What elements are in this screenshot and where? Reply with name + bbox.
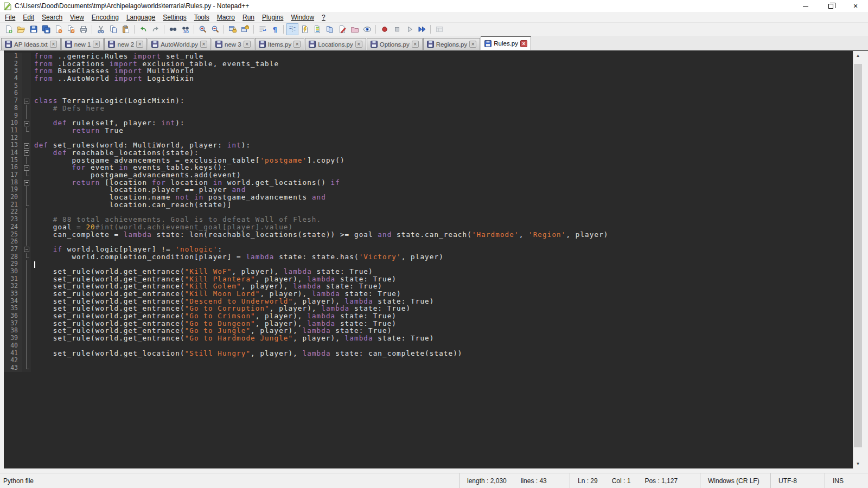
- zoom-out-button[interactable]: [209, 23, 221, 35]
- close-button[interactable]: ×: [843, 0, 868, 12]
- code-text: location.can_reach(state)]: [31, 201, 853, 209]
- edit-marker-button[interactable]: [336, 23, 348, 35]
- file-monitoring-button[interactable]: [361, 23, 373, 35]
- macro-playback-button[interactable]: [404, 23, 416, 35]
- function-list-button[interactable]: [299, 23, 311, 35]
- zoom-out-icon: [211, 25, 220, 34]
- tab-locations-py[interactable]: Locations.py×: [305, 38, 366, 50]
- close-document-button[interactable]: [53, 23, 65, 35]
- tab-label: Items.py: [268, 41, 291, 48]
- menu-file[interactable]: File: [1, 12, 19, 22]
- tab-autoworld-py[interactable]: AutoWorld.py×: [148, 38, 211, 50]
- tab-regions-py[interactable]: Regions.py×: [423, 38, 481, 50]
- paste-button[interactable]: [120, 23, 132, 35]
- fold-margin: [22, 171, 31, 179]
- sync-horizontal-scrolling-button[interactable]: [239, 23, 251, 35]
- line-number: 31: [4, 275, 22, 283]
- menu-window[interactable]: Window: [287, 12, 318, 22]
- tab-new-1[interactable]: new 1×: [61, 38, 104, 50]
- new-document-button[interactable]: [3, 23, 15, 35]
- tab-close-icon[interactable]: ×: [200, 41, 207, 48]
- tab-rules-py[interactable]: Rules.py×: [481, 36, 531, 50]
- editor-frame: 1from ..generic.Rules import set_rule2fr…: [0, 50, 868, 473]
- fold-collapse-icon[interactable]: [22, 164, 31, 171]
- code-line: 11 return True: [4, 127, 853, 134]
- folder-as-workspace-button[interactable]: [349, 23, 361, 35]
- copy-button[interactable]: [107, 23, 119, 35]
- redo-button[interactable]: [150, 23, 162, 35]
- scrollbar-thumb[interactable]: [854, 64, 862, 447]
- menu-view[interactable]: View: [66, 12, 88, 22]
- fold-collapse-icon[interactable]: [22, 142, 31, 149]
- code-line: 8 # Defs here: [4, 105, 853, 112]
- menu-plugins[interactable]: Plugins: [258, 12, 287, 22]
- restore-button[interactable]: [818, 0, 843, 12]
- word-wrap-button[interactable]: [257, 23, 269, 35]
- sync-vertical-scrolling-button[interactable]: [227, 23, 239, 35]
- fold-margin: [22, 335, 31, 342]
- tab-ap-ideas-txt[interactable]: AP Ideas.txt×: [1, 38, 61, 50]
- document-map-button[interactable]: [311, 23, 323, 35]
- save-button[interactable]: [28, 23, 40, 35]
- macro-record-button[interactable]: [379, 23, 391, 35]
- tab-close-icon[interactable]: ×: [50, 41, 57, 48]
- zoom-in-button[interactable]: [197, 23, 209, 35]
- fold-collapse-icon[interactable]: [22, 119, 31, 127]
- tab-close-icon[interactable]: ×: [93, 41, 100, 48]
- scrollbar-track[interactable]: [853, 60, 863, 459]
- tab-close-icon[interactable]: ×: [412, 41, 419, 48]
- tab-items-py[interactable]: Items.py×: [255, 38, 304, 50]
- tab-close-icon[interactable]: ×: [520, 40, 527, 47]
- fold-collapse-icon[interactable]: [22, 179, 31, 187]
- menu-edit[interactable]: Edit: [19, 12, 38, 22]
- tab-new-2[interactable]: new 2×: [104, 38, 147, 50]
- code-text: postgame_advancements = exclusion_table[…: [31, 157, 853, 164]
- menu-search[interactable]: Search: [38, 12, 66, 22]
- scroll-up-icon[interactable]: ▲: [853, 51, 863, 60]
- line-number: 18: [4, 179, 22, 187]
- tab-close-icon[interactable]: ×: [136, 41, 143, 48]
- macro-save-button[interactable]: [433, 23, 445, 35]
- fold-collapse-icon[interactable]: [22, 149, 31, 157]
- sync-horizontal-scrolling-icon: [241, 25, 250, 34]
- menu-run[interactable]: Run: [239, 12, 258, 22]
- close-all-documents-button[interactable]: [65, 23, 77, 35]
- undo-button[interactable]: [137, 23, 149, 35]
- tab-close-icon[interactable]: ×: [293, 41, 301, 48]
- document-list-button[interactable]: [324, 23, 336, 35]
- show-all-characters-button[interactable]: ¶: [269, 23, 281, 35]
- code-line: 30 set_rule(world.get_entrance("Kill WoF…: [4, 268, 853, 275]
- scroll-down-icon[interactable]: ▼: [853, 459, 863, 468]
- macro-stop-button[interactable]: [391, 23, 403, 35]
- tab-close-icon[interactable]: ×: [355, 41, 362, 48]
- find-button[interactable]: [167, 23, 179, 35]
- menu-tools[interactable]: Tools: [190, 12, 213, 22]
- tab-close-icon[interactable]: ×: [244, 41, 251, 48]
- word-wrap-icon: [258, 25, 267, 34]
- fold-collapse-icon[interactable]: [22, 97, 31, 105]
- tab-new-3[interactable]: new 3×: [212, 38, 254, 50]
- replace-button[interactable]: ab: [180, 23, 192, 35]
- line-number: 17: [4, 171, 22, 179]
- print-button[interactable]: [78, 23, 90, 35]
- code-text: def reachable_locations(state):: [31, 149, 853, 157]
- fold-margin: [22, 82, 31, 90]
- fold-margin: [22, 223, 31, 231]
- menu-help[interactable]: ?: [318, 12, 329, 22]
- menu-language[interactable]: Language: [123, 12, 159, 22]
- macro-save-icon: [435, 25, 444, 34]
- show-indent-guide-button[interactable]: [286, 23, 298, 35]
- macro-run-multiple-button[interactable]: [416, 23, 428, 35]
- vertical-scrollbar[interactable]: ▲ ▼: [853, 51, 863, 468]
- menu-settings[interactable]: Settings: [159, 12, 190, 22]
- save-all-button[interactable]: [40, 23, 52, 35]
- tab-options-py[interactable]: Options.py×: [367, 38, 423, 50]
- cut-button[interactable]: [95, 23, 107, 35]
- tab-close-icon[interactable]: ×: [469, 41, 476, 48]
- menu-encoding[interactable]: Encoding: [88, 12, 123, 22]
- open-file-button[interactable]: [15, 23, 27, 35]
- menu-macro[interactable]: Macro: [213, 12, 239, 22]
- code-area[interactable]: 1from ..generic.Rules import set_rule2fr…: [4, 51, 853, 468]
- minimize-button[interactable]: [793, 0, 818, 12]
- fold-collapse-icon[interactable]: [22, 246, 31, 253]
